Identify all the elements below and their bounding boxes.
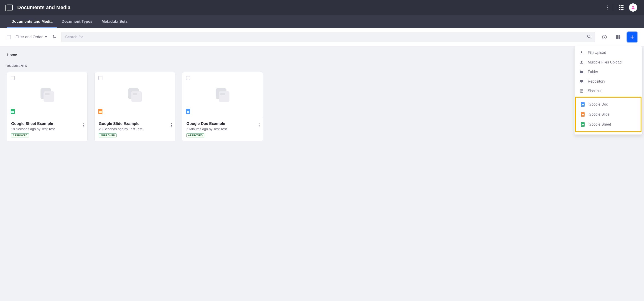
dd-label: File Upload bbox=[588, 51, 606, 55]
svg-line-2 bbox=[590, 37, 591, 38]
google-doc-icon bbox=[581, 102, 584, 107]
shortcut-icon bbox=[580, 89, 584, 93]
card-body: Google Doc Example 6 Minutes ago by Test… bbox=[182, 118, 263, 141]
search-box bbox=[61, 32, 595, 42]
tab-label: Documents and Media bbox=[12, 19, 52, 24]
card-checkbox[interactable] bbox=[186, 76, 190, 80]
status-badge: APPROVED bbox=[186, 133, 204, 137]
view-grid-button[interactable] bbox=[614, 32, 622, 42]
tab-documents-and-media[interactable]: Documents and Media bbox=[7, 15, 57, 28]
card-checkbox[interactable] bbox=[98, 76, 102, 80]
header-right bbox=[607, 3, 637, 11]
tab-label: Document Types bbox=[62, 19, 92, 24]
document-card[interactable]: Google Sheet Example 19 Seconds ago by T… bbox=[7, 72, 88, 141]
tab-label: Metadata Sets bbox=[102, 19, 128, 24]
sort-button[interactable] bbox=[52, 34, 57, 40]
plus-icon bbox=[630, 34, 635, 39]
header-top: Documents and Media bbox=[0, 0, 644, 15]
apps-grid-icon[interactable] bbox=[619, 5, 624, 10]
search-button[interactable] bbox=[587, 34, 592, 40]
dd-google-slide[interactable]: Google Slide bbox=[576, 109, 640, 119]
dd-multiple-upload[interactable]: Multiple Files Upload bbox=[574, 57, 642, 67]
card-body: Google Sheet Example 19 Seconds ago by T… bbox=[7, 118, 88, 141]
status-badge: APPROVED bbox=[11, 133, 29, 137]
section-title: DOCUMENTS bbox=[7, 64, 637, 68]
google-items-highlight: Google Doc Google Slide Google Sheet bbox=[575, 97, 642, 132]
file-type-badge-sheet bbox=[11, 109, 15, 114]
tabs-nav: Documents and Media Document Types Metad… bbox=[0, 15, 644, 28]
kebab-menu-icon[interactable] bbox=[607, 5, 608, 9]
folder-icon bbox=[580, 70, 584, 74]
card-meta: 19 Seconds ago by Test Test bbox=[11, 127, 83, 131]
info-icon bbox=[602, 34, 607, 39]
grid-view-icon bbox=[616, 35, 620, 39]
dd-label: Google Slide bbox=[589, 112, 610, 116]
avatar[interactable] bbox=[629, 3, 637, 11]
dd-label: Multiple Files Upload bbox=[588, 60, 622, 64]
breadcrumb[interactable]: Home bbox=[7, 53, 637, 57]
product-menu-icon[interactable] bbox=[7, 4, 13, 10]
status-badge: APPROVED bbox=[99, 133, 116, 137]
dd-google-doc[interactable]: Google Doc bbox=[576, 99, 640, 109]
dd-file-upload[interactable]: File Upload bbox=[574, 48, 642, 57]
repository-icon bbox=[580, 79, 584, 83]
toolbar: Filter and Order bbox=[0, 28, 644, 46]
svg-point-5 bbox=[604, 36, 604, 36]
file-type-badge-doc bbox=[186, 109, 190, 114]
page-title: Documents and Media bbox=[17, 4, 70, 10]
breadcrumb-home: Home bbox=[7, 53, 17, 57]
document-card[interactable]: Google Slide Example 23 Seconds ago by T… bbox=[94, 72, 175, 141]
dd-repository[interactable]: Repository bbox=[574, 77, 642, 86]
dd-shortcut[interactable]: Shortcut bbox=[574, 86, 642, 96]
add-button[interactable] bbox=[627, 32, 637, 42]
content: Home DOCUMENTS Google Sheet Example 19 S… bbox=[0, 46, 644, 148]
add-dropdown: File Upload Multiple Files Upload Folder… bbox=[574, 46, 642, 135]
chevron-down-icon bbox=[45, 36, 47, 38]
document-preview-icon bbox=[214, 86, 232, 104]
card-title: Google Doc Example bbox=[186, 121, 258, 126]
svg-rect-17 bbox=[580, 80, 583, 82]
user-icon bbox=[631, 5, 635, 10]
dd-label: Repository bbox=[588, 79, 605, 83]
card-kebab-menu[interactable] bbox=[258, 123, 260, 127]
sort-arrows-icon bbox=[52, 34, 57, 39]
upload-multi-icon bbox=[580, 60, 584, 64]
filter-order-button[interactable]: Filter and Order bbox=[16, 35, 47, 39]
cards-grid: Google Sheet Example 19 Seconds ago by T… bbox=[7, 72, 637, 141]
dd-google-sheet[interactable]: Google Sheet bbox=[576, 119, 640, 129]
card-preview bbox=[95, 72, 175, 118]
toolbar-right bbox=[600, 32, 637, 42]
upload-icon bbox=[580, 51, 584, 55]
card-kebab-menu[interactable] bbox=[171, 123, 172, 127]
svg-rect-16 bbox=[220, 93, 225, 95]
card-preview bbox=[7, 72, 88, 118]
card-kebab-menu[interactable] bbox=[83, 123, 84, 127]
search-icon bbox=[587, 34, 592, 39]
card-preview bbox=[182, 72, 263, 118]
card-body: Google Slide Example 23 Seconds ago by T… bbox=[95, 118, 175, 141]
card-title: Google Sheet Example bbox=[11, 121, 83, 126]
tab-document-types[interactable]: Document Types bbox=[57, 15, 97, 28]
card-title: Google Slide Example bbox=[99, 121, 171, 126]
svg-rect-18 bbox=[581, 83, 582, 83]
file-type-badge-slide bbox=[98, 109, 102, 114]
search-input[interactable] bbox=[65, 35, 587, 39]
info-button[interactable] bbox=[600, 32, 609, 42]
dd-label: Google Sheet bbox=[589, 122, 611, 126]
card-checkbox[interactable] bbox=[11, 76, 15, 80]
document-card[interactable]: Google Doc Example 6 Minutes ago by Test… bbox=[182, 72, 263, 141]
dd-label: Google Doc bbox=[589, 102, 608, 106]
card-meta: 6 Minutes ago by Test Test bbox=[186, 127, 258, 131]
header-left: Documents and Media bbox=[7, 4, 70, 10]
google-slide-icon bbox=[581, 112, 584, 117]
card-meta: 23 Seconds ago by Test Test bbox=[99, 127, 171, 131]
document-preview-icon bbox=[126, 86, 144, 104]
svg-point-1 bbox=[588, 35, 590, 37]
separator bbox=[613, 5, 613, 10]
dd-folder[interactable]: Folder bbox=[574, 67, 642, 77]
tab-metadata-sets[interactable]: Metadata Sets bbox=[97, 15, 132, 28]
svg-rect-10 bbox=[45, 93, 50, 95]
select-all-checkbox[interactable] bbox=[7, 35, 11, 39]
google-sheet-icon bbox=[581, 122, 584, 127]
document-preview-icon bbox=[38, 86, 56, 104]
